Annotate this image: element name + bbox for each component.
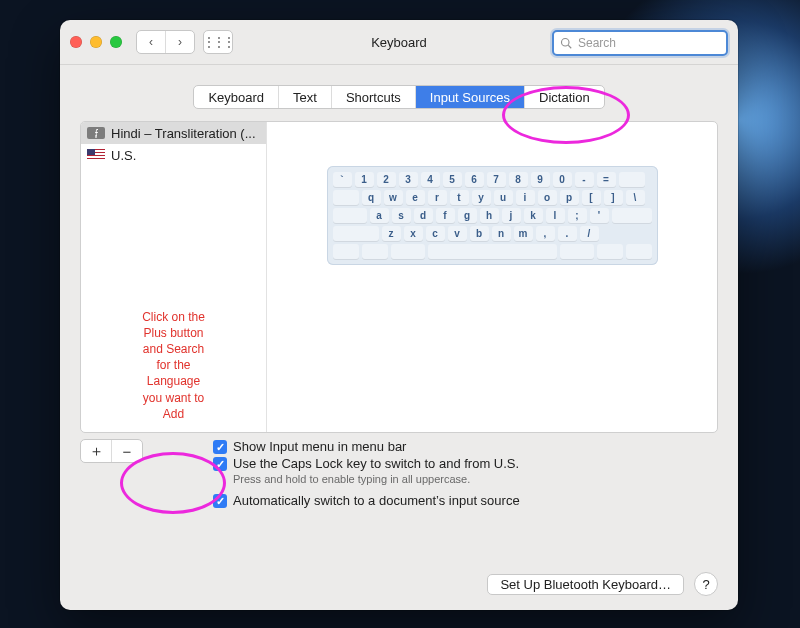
key-cap: ; xyxy=(568,208,587,223)
tab-dictation[interactable]: Dictation xyxy=(524,86,604,108)
modifier-key xyxy=(597,244,623,259)
key-cap: 8 xyxy=(509,172,528,187)
modifier-key xyxy=(333,190,359,205)
chevron-right-icon: › xyxy=(178,35,182,49)
chevron-left-icon: ‹ xyxy=(149,35,153,49)
footer-row: Set Up Bluetooth Keyboard… ? xyxy=(60,560,738,610)
key-cap: f xyxy=(436,208,455,223)
key-cap: h xyxy=(480,208,499,223)
key-cap: d xyxy=(414,208,433,223)
key-cap: o xyxy=(538,190,557,205)
search-input[interactable] xyxy=(576,35,720,51)
key-cap: p xyxy=(560,190,579,205)
tab-shortcuts[interactable]: Shortcuts xyxy=(331,86,415,108)
key-cap: 6 xyxy=(465,172,484,187)
keyboard-row: asdfghjkl;' xyxy=(333,208,652,223)
tab-strip: Keyboard Text Shortcuts Input Sources Di… xyxy=(60,85,738,109)
svg-line-1 xyxy=(568,45,571,48)
source-label: Hindi – Transliteration (... xyxy=(111,126,256,141)
key-cap: 5 xyxy=(443,172,462,187)
forward-button[interactable]: › xyxy=(165,31,194,53)
source-list[interactable]: f̥ Hindi – Transliteration (... U.S. Cli… xyxy=(81,122,267,432)
source-row-hindi[interactable]: f̥ Hindi – Transliteration (... xyxy=(81,122,266,144)
key-cap: i xyxy=(516,190,535,205)
keyboard-row: `1234567890-= xyxy=(333,172,652,187)
key-cap: y xyxy=(472,190,491,205)
back-button[interactable]: ‹ xyxy=(137,31,165,53)
modifier-key xyxy=(560,244,594,259)
minimize-button[interactable] xyxy=(90,36,102,48)
search-field-wrap[interactable] xyxy=(552,30,728,56)
key-cap: 2 xyxy=(377,172,396,187)
key-cap: 7 xyxy=(487,172,506,187)
zoom-button[interactable] xyxy=(110,36,122,48)
nav-group: ‹ › xyxy=(136,30,195,54)
option-label: Use the Caps Lock key to switch to and f… xyxy=(233,456,519,471)
window-controls xyxy=(70,36,122,48)
key-cap: - xyxy=(575,172,594,187)
show-all-button[interactable]: ⋮⋮⋮ xyxy=(203,30,233,54)
key-cap: r xyxy=(428,190,447,205)
remove-source-button[interactable]: − xyxy=(111,440,142,462)
modifier-key xyxy=(362,244,388,259)
tab-keyboard[interactable]: Keyboard xyxy=(194,86,278,108)
source-row-us[interactable]: U.S. xyxy=(81,144,266,166)
key-cap: v xyxy=(448,226,467,241)
key-cap: q xyxy=(362,190,381,205)
keyboard-row: qwertyuiop[]\ xyxy=(333,190,652,205)
modifier-key xyxy=(333,208,367,223)
key-cap: x xyxy=(404,226,423,241)
modifier-key xyxy=(391,244,425,259)
tab-text[interactable]: Text xyxy=(278,86,331,108)
instruction-text: Click on the Plus button and Search for … xyxy=(81,309,266,422)
key-cap: 4 xyxy=(421,172,440,187)
key-cap: ' xyxy=(590,208,609,223)
key-cap: e xyxy=(406,190,425,205)
key-cap: z xyxy=(382,226,401,241)
option-auto-switch[interactable]: ✓ Automatically switch to a document’s i… xyxy=(213,493,718,508)
option-label: Show Input menu in menu bar xyxy=(233,439,406,454)
key-cap: t xyxy=(450,190,469,205)
key-cap: b xyxy=(470,226,489,241)
checkbox-checked-icon: ✓ xyxy=(213,440,227,454)
key-cap: 0 xyxy=(553,172,572,187)
key-cap: = xyxy=(597,172,616,187)
key-cap: c xyxy=(426,226,445,241)
input-sources-panel: f̥ Hindi – Transliteration (... U.S. Cli… xyxy=(80,121,718,560)
key-cap: n xyxy=(492,226,511,241)
key-cap: 9 xyxy=(531,172,550,187)
option-show-input-menu[interactable]: ✓ Show Input menu in menu bar xyxy=(213,439,718,454)
key-cap: g xyxy=(458,208,477,223)
key-cap: \ xyxy=(626,190,645,205)
key-cap: . xyxy=(558,226,577,241)
add-source-button[interactable]: ＋ xyxy=(81,440,111,462)
key-cap: 1 xyxy=(355,172,374,187)
key-cap: 3 xyxy=(399,172,418,187)
option-caps-lock-switch[interactable]: ✓ Use the Caps Lock key to switch to and… xyxy=(213,456,718,471)
key-cap: [ xyxy=(582,190,601,205)
hindi-flag-icon: f̥ xyxy=(87,127,105,139)
key-cap: l xyxy=(546,208,565,223)
keyboard-row: zxcvbnm,./ xyxy=(333,226,652,241)
key-cap: m xyxy=(514,226,533,241)
modifier-key xyxy=(619,172,645,187)
spacebar-key xyxy=(428,244,557,259)
option-label: Automatically switch to a document’s inp… xyxy=(233,493,520,508)
checkbox-checked-icon: ✓ xyxy=(213,494,227,508)
key-cap: / xyxy=(580,226,599,241)
key-cap: k xyxy=(524,208,543,223)
add-remove-group: ＋ − xyxy=(80,439,143,463)
modifier-key xyxy=(333,226,379,241)
bluetooth-keyboard-button[interactable]: Set Up Bluetooth Keyboard… xyxy=(487,574,684,595)
close-button[interactable] xyxy=(70,36,82,48)
tab-input-sources[interactable]: Input Sources xyxy=(415,86,524,108)
key-cap: ` xyxy=(333,172,352,187)
below-panel-row: ＋ − ✓ Show Input menu in menu bar ✓ Use … xyxy=(80,439,718,510)
keyboard-preview-pane: `1234567890-=qwertyuiop[]\asdfghjkl;'zxc… xyxy=(267,122,717,432)
modifier-key xyxy=(333,244,359,259)
help-button[interactable]: ? xyxy=(694,572,718,596)
option-caps-lock-sub: Press and hold to enable typing in all u… xyxy=(233,473,718,485)
key-cap: s xyxy=(392,208,411,223)
keyboard-row xyxy=(333,244,652,259)
key-cap: ] xyxy=(604,190,623,205)
